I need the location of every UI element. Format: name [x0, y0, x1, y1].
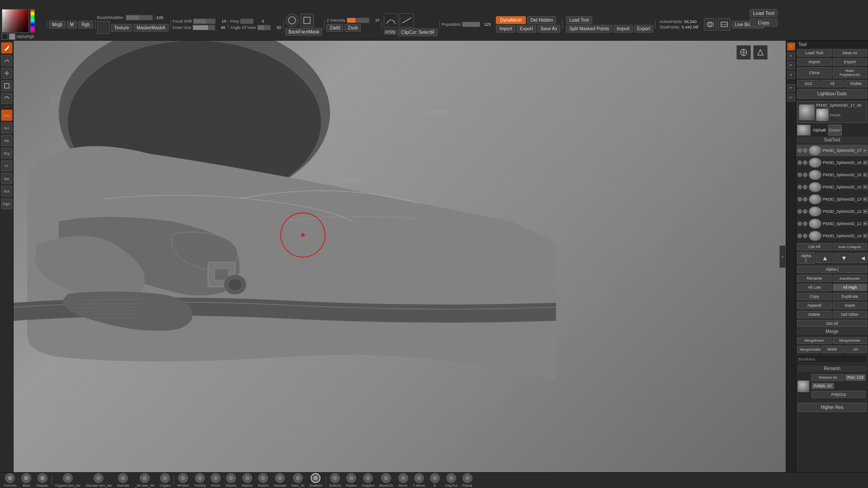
load-tool-top-right-button[interactable]: Load Tool [750, 9, 778, 17]
eraser-btn[interactable]: Eraser [828, 125, 842, 136]
subtool-eye-16[interactable]: 👁 [863, 160, 868, 165]
tapr-icon[interactable] [285, 14, 299, 27]
bottom-standar1[interactable]: Standar ben_laz [84, 472, 113, 488]
bottom-organit[interactable]: Organit ben_laz [53, 472, 82, 488]
del-all-button[interactable]: Del All [797, 320, 867, 327]
remesh-all-button[interactable]: ReMesh All [811, 374, 844, 381]
subtool-item-10[interactable]: PM3D_Sphere3D_10 👁 🔒 [796, 181, 868, 193]
nav-icon-2[interactable] [753, 45, 768, 60]
capr-icon[interactable] [300, 14, 314, 27]
auto-collapse-button[interactable]: Auto Collapse [833, 243, 868, 250]
clone-button[interactable]: Clone [797, 67, 832, 78]
subtool-eye-11[interactable]: 👁 [863, 221, 868, 226]
bottom-claybui[interactable]: ClayBui [360, 472, 376, 488]
subtool-eye-15[interactable]: 👁 [863, 173, 868, 177]
dots-icon[interactable]: Dot [1, 186, 12, 197]
delete-button[interactable]: Delete [797, 311, 832, 318]
gcz-button[interactable]: GcZ [797, 80, 820, 87]
subtool-item-15[interactable]: PM3D_Sphere3D_15 👁 🔒 [796, 169, 868, 181]
bottom-e[interactable]: E [428, 472, 442, 488]
subtool-item-11[interactable]: PM3D_Sphere3D_11 👁 🔒 [796, 218, 868, 230]
copy-panel-button[interactable]: Copy [797, 293, 832, 300]
draw-mode-icon[interactable]: D [787, 42, 795, 51]
bottom-tmove[interactable]: T Move [411, 472, 427, 488]
bottom-slash3[interactable]: Slash3 [256, 472, 270, 488]
visible-button[interactable]: Visible [844, 80, 867, 87]
poly-grp-button[interactable]: PolyGrp [811, 391, 866, 398]
bottom-softcla[interactable]: SoftCla [327, 472, 343, 488]
export-button2[interactable]: Export [634, 25, 654, 33]
subtool-eye-13[interactable]: 👁 [863, 197, 868, 202]
canvas-area[interactable]: 人人素材库 人人素材库 人人素材库 人人素材库 人人素材库 人人素材库 人人素材… [14, 41, 786, 472]
export-panel-button[interactable]: Export [833, 58, 868, 66]
down-arrow-button[interactable]: ▼ [835, 253, 853, 263]
bottom-damst[interactable]: Dam_St [289, 472, 306, 488]
subtool-item-13[interactable]: PM3D_Sphere3D_13 👁 🔒 [796, 193, 868, 206]
export-button-toolbar[interactable]: Export [517, 25, 536, 33]
bottom-standar3[interactable]: Standar [272, 472, 288, 488]
texture-button[interactable]: Texture [111, 24, 132, 32]
sculpt-mode-icon[interactable]: S [787, 71, 795, 79]
bottom-formso[interactable]: FormSo [2, 472, 18, 488]
subtool-item-16[interactable]: PM3D_Sphere3D_16 👁 🔒 [796, 157, 868, 169]
lightbox-tools-button[interactable]: Lightbox›Tools [797, 89, 867, 99]
del-other-button[interactable]: Del Other [833, 311, 868, 318]
color-picker-area[interactable]: Alpha Rgb [2, 9, 45, 40]
clip-selectr-button[interactable]: ClipCur: SelectR [398, 28, 438, 36]
all-button[interactable]: All [821, 80, 843, 87]
all-low-button[interactable]: All Low [797, 284, 832, 291]
bottom-hpolish[interactable]: hPolish [175, 472, 191, 488]
perp-slider[interactable] [240, 19, 254, 24]
alpha-section1-button[interactable]: Alpha ( [797, 252, 815, 264]
subtool-item-12[interactable]: PM3D_Sphere3D_12 👁 🔒 [796, 206, 868, 218]
edit-mode-icon[interactable]: E [787, 52, 795, 60]
background-swatch[interactable] [9, 33, 15, 40]
z-intensity-slider[interactable] [347, 18, 369, 23]
bottom-movecs[interactable]: MoveCS [377, 472, 395, 488]
color-gradient[interactable] [2, 9, 29, 33]
draw-tool-icon[interactable] [1, 42, 12, 53]
backface-mask-button[interactable]: BackFaceMask [285, 28, 322, 36]
bottom-standar2[interactable]: Standar [115, 472, 131, 488]
local-icon[interactable]: Loc [1, 110, 12, 121]
m-button[interactable]: M [67, 21, 77, 28]
bottom-slash2[interactable]: Slash2 [240, 472, 254, 488]
all-high-button[interactable]: All High [833, 284, 868, 291]
bottom-move[interactable]: Move [396, 472, 410, 488]
aaflat-icon[interactable]: AA [1, 135, 12, 146]
copy-top-right-button[interactable]: Copy [750, 19, 778, 27]
angle-slider[interactable] [257, 25, 271, 30]
split-masked-button[interactable]: Split Masked Points [566, 25, 612, 33]
up-arrow-button[interactable]: ▲ [816, 253, 834, 263]
freeha-icon[interactable]: Fr [1, 160, 12, 171]
weld-button[interactable]: Weld [821, 346, 843, 353]
dynmesh-button[interactable]: DynaMesh [496, 16, 526, 24]
subtool-eye-17[interactable]: 👁 [863, 148, 868, 153]
smooth-tool-icon[interactable] [1, 55, 12, 66]
uv-button[interactable]: Uv [844, 346, 867, 353]
det-hidden-button[interactable]: Det Hidden [527, 16, 556, 24]
taper-curve-icon[interactable] [400, 13, 414, 28]
list-all-button[interactable]: List All [797, 243, 832, 250]
smooth-curve-icon[interactable] [384, 13, 398, 28]
mrgb-button[interactable]: Mrgb [49, 21, 66, 28]
frame-icon[interactable]: F [787, 84, 795, 92]
viewport[interactable]: 人人素材库 人人素材库 人人素材库 人人素材库 人人素材库 人人素材库 人人素材… [14, 41, 786, 472]
variant-alpha-btn[interactable] [797, 125, 811, 136]
bottom-blob[interactable]: Blob [19, 472, 33, 488]
spray-icon[interactable]: Spr [1, 173, 12, 184]
bottom-slash1[interactable]: Slash1 [224, 472, 238, 488]
masker-button[interactable]: MaskerMaskA [133, 24, 168, 32]
foreground-swatch[interactable] [2, 33, 8, 40]
rotate-tool-icon[interactable] [1, 93, 12, 104]
load-tool-panel-button[interactable]: Load Tool [797, 49, 832, 56]
bottom-displac[interactable]: Displac [34, 472, 50, 488]
remesh-thumb[interactable] [797, 380, 809, 392]
bottom-wr[interactable]: _Wr ben_Wr [132, 472, 156, 488]
rename-button[interactable]: Rename [797, 275, 832, 282]
left-arrow-button[interactable]: ◄ [854, 253, 868, 263]
move-tool-icon[interactable] [1, 68, 12, 79]
load-tool-center-button[interactable]: Load Tool [566, 16, 592, 24]
population-slider[interactable] [462, 22, 480, 27]
zadd-button[interactable]: Zadd [326, 24, 343, 32]
